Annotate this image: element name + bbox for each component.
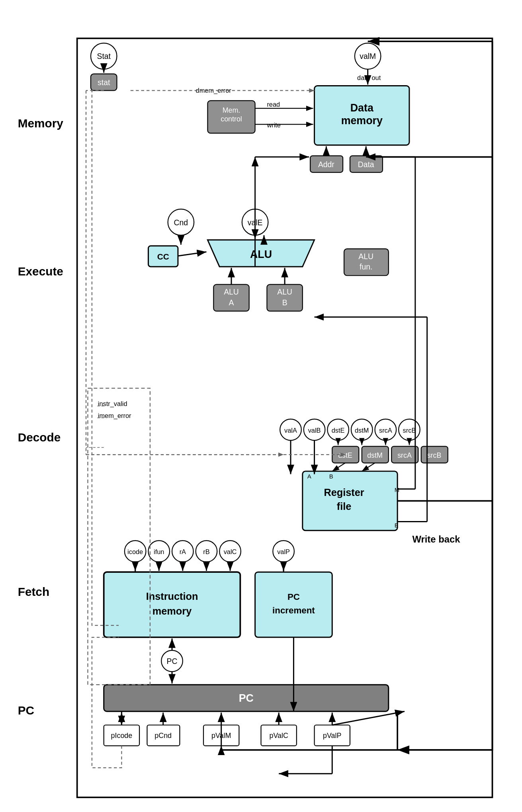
data-memory-label: Data	[350, 102, 374, 114]
alu-fun-label1: ALU	[358, 252, 373, 261]
svg-line-105	[332, 711, 405, 725]
memory-stage-label: Memory	[18, 117, 64, 130]
dstM-box: dstM	[367, 451, 383, 459]
addr-box-label: Addr	[318, 160, 334, 169]
svg-line-41	[332, 463, 345, 471]
reg-file-label1: Register	[324, 487, 364, 498]
data-box-label: Data	[358, 160, 374, 169]
stat-bubble-label: Stat	[97, 52, 111, 61]
cc-box-label: CC	[157, 252, 169, 261]
valB-bubble: valB	[308, 427, 321, 434]
srcB-box: srcB	[427, 451, 442, 459]
fetch-stage-label: Fetch	[18, 585, 49, 598]
instr-memory-label2: memory	[152, 605, 192, 617]
execute-stage-label: Execute	[18, 265, 63, 278]
reg-file-label2: file	[337, 501, 352, 512]
pc-bubble-fetch: PC	[167, 657, 178, 666]
write-label: write	[266, 121, 281, 129]
pvalP-box: pValP	[323, 732, 341, 740]
alu-label: ALU	[250, 248, 272, 260]
imem-error-label: imem_error	[98, 412, 131, 420]
pvalC-box: pValC	[270, 732, 288, 740]
picode-box: pIcode	[111, 732, 133, 740]
write-back-label: Write back	[412, 534, 460, 545]
mem-control-label1: Mem.	[223, 106, 240, 114]
alu-fun-label2: fun.	[360, 262, 372, 271]
srcA-bubble: srcA	[379, 427, 392, 434]
svg-rect-84	[88, 388, 150, 685]
valM-bubble-label: valM	[360, 52, 376, 61]
reg-M-label: M	[395, 487, 399, 493]
pc-block-label: PC	[239, 692, 254, 704]
dstM-bubble: dstM	[355, 427, 369, 434]
srcB-bubble: srcB	[403, 427, 416, 434]
svg-line-42	[362, 463, 375, 471]
stat-box-label: stat	[98, 78, 110, 87]
mem-control-label2: control	[221, 115, 242, 123]
dstE-box: dstE	[338, 451, 352, 459]
dstE-bubble: dstE	[332, 427, 345, 434]
reg-A-label: A	[307, 473, 311, 480]
decode-stage-label: Decode	[18, 431, 61, 444]
pc-increment-label2: increment	[272, 605, 315, 615]
alu-a-label1: ALU	[224, 287, 239, 296]
valP-bubble: valP	[277, 548, 290, 555]
alu-b-label2: B	[282, 298, 287, 307]
valC-bubble: valC	[224, 548, 237, 555]
read-label: read	[267, 101, 280, 108]
svg-line-26	[178, 252, 207, 256]
diagram-container: Memory Execute Decode Fetch PC Stat stat…	[0, 0, 522, 812]
svg-rect-3	[77, 38, 493, 797]
alu-a-label2: A	[229, 298, 234, 307]
ifun-bubble: ifun	[154, 548, 164, 555]
alu-b-label1: ALU	[277, 287, 292, 296]
rB-bubble: rB	[203, 548, 209, 555]
pc-stage-label: PC	[18, 704, 34, 717]
icode-bubble: icode	[127, 548, 143, 555]
data-out-label: data out	[357, 74, 381, 81]
srcA-box: srcA	[397, 451, 412, 459]
instr-memory-label1: Instruction	[146, 591, 198, 602]
svg-rect-56	[255, 572, 332, 637]
rA-bubble: rA	[180, 548, 186, 555]
valA-bubble: valA	[284, 427, 297, 434]
data-memory-label2: memory	[341, 115, 383, 127]
reg-E-label: E	[395, 522, 399, 529]
reg-B-label: B	[329, 473, 333, 480]
pc-increment-label1: PC	[287, 592, 300, 602]
svg-rect-55	[104, 572, 240, 637]
pcnd-box: pCnd	[154, 732, 172, 740]
instr-valid-label: instr_valid	[98, 400, 127, 408]
cnd-bubble-label: Cnd	[174, 218, 188, 227]
